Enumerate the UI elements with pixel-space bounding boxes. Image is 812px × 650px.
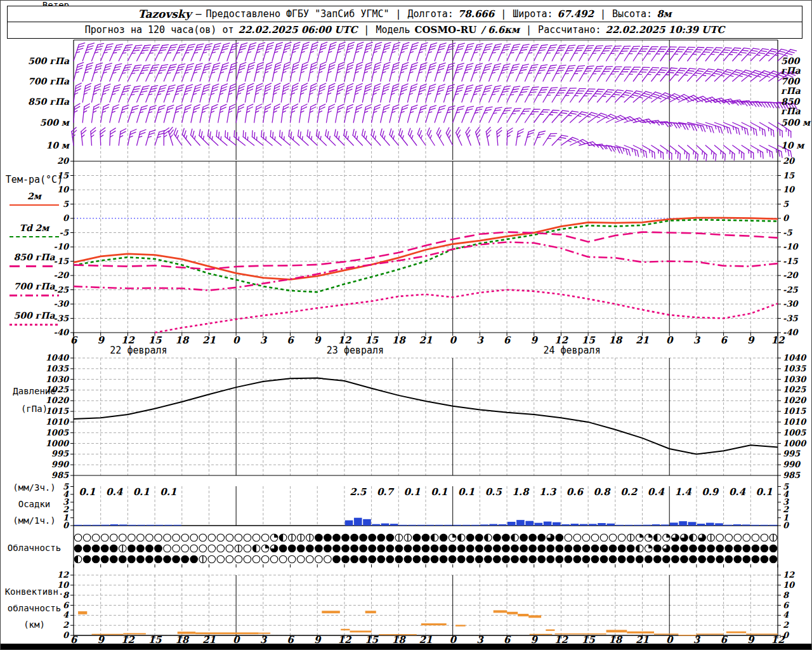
separator: | — [598, 8, 608, 20]
svg-text:9: 9 — [531, 335, 539, 346]
svg-text:0.2: 0.2 — [620, 486, 638, 498]
svg-text:995: 995 — [51, 449, 69, 458]
wind-level-850hPa-left: 850 гПа — [1, 97, 69, 107]
svg-text:4: 4 — [783, 610, 789, 620]
svg-text:6: 6 — [70, 335, 78, 346]
svg-text:1000: 1000 — [783, 439, 807, 448]
svg-text:21: 21 — [202, 335, 216, 346]
wind-level-500hPa-left: 500 гПа — [1, 56, 69, 66]
svg-text:6: 6 — [783, 600, 790, 610]
legend-item-t850: 850 гПа — [1, 251, 68, 267]
svg-text:1040: 1040 — [46, 353, 70, 362]
svg-text:0: 0 — [783, 521, 790, 530]
svg-text:1030: 1030 — [46, 375, 70, 384]
separator: | — [499, 8, 508, 20]
svg-text:-40: -40 — [783, 328, 799, 337]
bottom-bar — [1, 644, 812, 650]
svg-text:-10: -10 — [783, 242, 799, 251]
svg-text:1035: 1035 — [46, 364, 69, 373]
convective-panel-title-1: Конвективн. — [1, 587, 68, 597]
longitude-value: 78.666 — [458, 8, 494, 20]
wind-level-500hPa-right: 500 гПа — [781, 56, 811, 76]
convective-panel-title-2: облачность — [1, 604, 68, 613]
svg-text:1025: 1025 — [783, 385, 806, 394]
altitude-value: 8м — [657, 8, 671, 20]
svg-text:0: 0 — [449, 335, 457, 346]
svg-text:12: 12 — [57, 570, 69, 580]
legend-item-t500: 500 гПа — [1, 309, 68, 326]
wind-barbs — [71, 41, 797, 161]
header-line-2: Прогноз на 120 часа(ов) от 22.02.2025 06… — [8, 22, 802, 37]
legend-item-td2m: Td 2м — [1, 222, 68, 237]
svg-text:-5: -5 — [783, 228, 792, 237]
calculated-time: 22.02.2025 10:39 UTC — [605, 24, 724, 36]
forecast-label: Прогноз на 120 часа(ов) от — [85, 24, 234, 36]
svg-text:22 февраля: 22 февраля — [110, 345, 167, 356]
convective-panel-units: (км) — [1, 620, 68, 630]
svg-text:990: 990 — [783, 460, 801, 469]
longitude-label: Долгота: — [408, 8, 454, 20]
svg-text:1.4: 1.4 — [675, 486, 692, 498]
wind-level-500m-right: 500 м — [781, 118, 810, 128]
svg-text:8: 8 — [783, 590, 790, 600]
svg-text:985: 985 — [783, 470, 801, 480]
legend-line-t2m — [10, 204, 59, 206]
svg-text:0.9: 0.9 — [702, 486, 719, 498]
legend-label-t700: 700 гПа — [14, 281, 55, 291]
svg-text:1000: 1000 — [46, 439, 70, 448]
legend-item-t700: 700 гПа — [1, 280, 68, 296]
convective-bars — [78, 610, 778, 635]
svg-text:9: 9 — [97, 335, 105, 346]
svg-text:-20: -20 — [783, 270, 799, 280]
svg-text:1020: 1020 — [783, 395, 807, 405]
svg-text:10: 10 — [783, 580, 796, 590]
forecast-start-time: 22.02.2025 06:00 UTC — [238, 24, 357, 36]
header-line-1: Tazovsky — Предоставлено ФГБУ "ЗапСиб УГ… — [8, 6, 802, 22]
legend-item-t2m: 2м — [1, 190, 68, 206]
svg-text:0.1: 0.1 — [79, 486, 95, 498]
calculated-label: Рассчитано: — [538, 24, 601, 36]
model-name: COSMO-RU — [415, 24, 477, 36]
wind-level-10m-left: 10 м — [1, 141, 69, 150]
separator: | — [524, 24, 534, 36]
svg-text:-20: -20 — [54, 270, 70, 280]
legend-label-t850: 850 гПа — [14, 252, 55, 262]
provider-text: Предоставлено ФГБУ "ЗапСиб УГМС" — [206, 8, 390, 20]
svg-text:3: 3 — [693, 335, 701, 346]
svg-text:12: 12 — [771, 335, 785, 346]
legend-line-t850 — [10, 265, 59, 267]
svg-text:990: 990 — [51, 460, 70, 469]
svg-text:6: 6 — [504, 335, 511, 346]
svg-text:0.8: 0.8 — [593, 486, 611, 498]
wind-level-500m-left: 500 м — [1, 118, 69, 128]
header-dash: — — [196, 8, 202, 20]
svg-text:0.4: 0.4 — [106, 486, 123, 498]
header-box: Tazovsky — Предоставлено ФГБУ "ЗапСиб УГ… — [7, 6, 802, 39]
separator: | — [362, 24, 371, 36]
svg-text:0.1: 0.1 — [756, 486, 773, 498]
svg-text:23 февраля: 23 февраля — [327, 345, 384, 356]
svg-text:21: 21 — [636, 335, 649, 346]
svg-text:-35: -35 — [783, 314, 798, 323]
svg-text:9: 9 — [314, 335, 322, 346]
meteogram-canvas: 2020151510105500-5-5-10-10-15-15-20-20-2… — [1, 1, 812, 650]
curve-t500 — [155, 290, 778, 333]
wind-level-10m-right: 10 м — [781, 141, 804, 150]
svg-text:1.3: 1.3 — [539, 486, 557, 498]
svg-text:21: 21 — [419, 335, 433, 346]
svg-text:0.1: 0.1 — [458, 486, 475, 498]
svg-text:0.4: 0.4 — [648, 486, 665, 498]
svg-text:-30: -30 — [54, 299, 70, 308]
station-name: Tazovsky — [138, 8, 191, 20]
svg-text:12: 12 — [783, 570, 795, 580]
latitude-value: 67.492 — [557, 8, 593, 20]
svg-text:0.1: 0.1 — [431, 486, 447, 498]
svg-text:1010: 1010 — [46, 417, 70, 427]
svg-text:9: 9 — [747, 335, 755, 346]
precip-units-1h: (мм/1ч.) — [1, 516, 68, 526]
svg-text:-40: -40 — [54, 328, 70, 337]
svg-text:18: 18 — [608, 335, 622, 346]
svg-text:0: 0 — [783, 213, 790, 223]
svg-text:3: 3 — [476, 335, 484, 346]
svg-text:-10: -10 — [54, 242, 70, 251]
